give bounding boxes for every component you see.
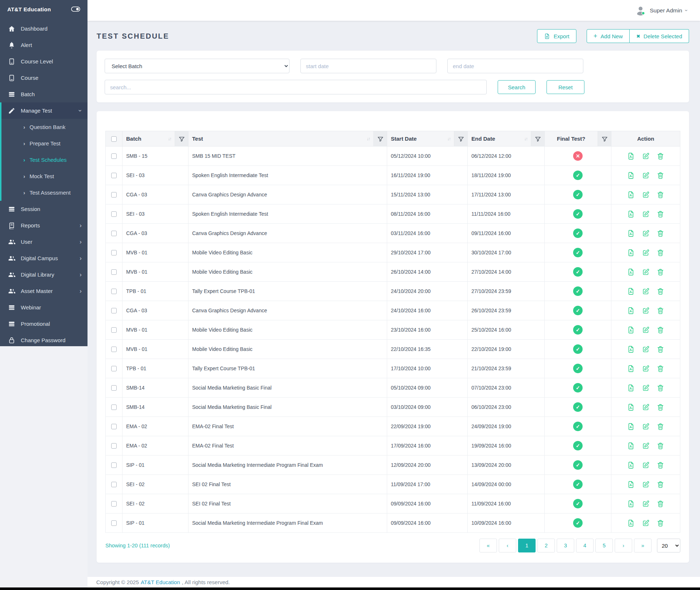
- row-checkbox[interactable]: [111, 192, 117, 198]
- export-button[interactable]: Export: [537, 29, 576, 43]
- pdf-file-icon[interactable]: [627, 500, 635, 508]
- row-checkbox[interactable]: [111, 269, 117, 275]
- trash-icon[interactable]: [657, 345, 664, 353]
- edit-icon[interactable]: [642, 403, 650, 411]
- pdf-file-icon[interactable]: [627, 519, 635, 527]
- sidebar-item-prepare-test[interactable]: › Prepare Test: [1, 135, 88, 152]
- column-header-batch[interactable]: Batch ↓↑: [122, 131, 175, 146]
- trash-icon[interactable]: [657, 326, 664, 334]
- search-input[interactable]: [105, 80, 487, 94]
- row-checkbox[interactable]: [111, 347, 117, 352]
- edit-icon[interactable]: [642, 423, 650, 430]
- filter-funnel-test[interactable]: [374, 131, 387, 146]
- trash-icon[interactable]: [657, 249, 664, 257]
- edit-icon[interactable]: [642, 519, 650, 527]
- sidebar-item-asset-master[interactable]: Asset Master ›: [0, 283, 88, 299]
- filter-funnel-end-date[interactable]: [531, 131, 545, 146]
- row-checkbox[interactable]: [111, 520, 117, 526]
- pdf-file-icon[interactable]: [627, 230, 635, 237]
- page-button[interactable]: 4: [576, 539, 594, 552]
- sidebar-item-digital-library[interactable]: Digital Library ›: [0, 266, 88, 283]
- pdf-file-icon[interactable]: [627, 461, 635, 469]
- trash-icon[interactable]: [657, 423, 664, 430]
- page-button[interactable]: »: [634, 539, 652, 552]
- edit-icon[interactable]: [642, 191, 650, 199]
- filter-funnel-start-date[interactable]: [454, 131, 468, 146]
- sidebar-item-question-bank[interactable]: › Question Bank: [1, 119, 88, 135]
- trash-icon[interactable]: [657, 519, 664, 527]
- sidebar-item-digital-campus[interactable]: Digital Campus ›: [0, 250, 88, 266]
- select-batch-dropdown[interactable]: Select Batch: [105, 59, 289, 73]
- sidebar-item-alert[interactable]: Alert: [0, 37, 88, 53]
- column-header-test[interactable]: Test ↓↑: [188, 131, 374, 146]
- pdf-file-icon[interactable]: [627, 307, 635, 314]
- edit-icon[interactable]: [642, 210, 650, 218]
- column-header-end-date[interactable]: End Date ↓↑: [468, 131, 531, 146]
- trash-icon[interactable]: [657, 365, 664, 372]
- edit-icon[interactable]: [642, 230, 650, 237]
- row-checkbox[interactable]: [111, 173, 117, 178]
- user-menu[interactable]: Super Admin ›: [635, 5, 688, 16]
- edit-icon[interactable]: [642, 345, 650, 353]
- row-checkbox[interactable]: [111, 211, 117, 217]
- edit-icon[interactable]: [642, 384, 650, 392]
- sidebar-item-batch[interactable]: Batch: [0, 86, 88, 102]
- sidebar-item-test-assessment[interactable]: › Test Assessment: [1, 184, 88, 201]
- pdf-file-icon[interactable]: [627, 191, 635, 199]
- pdf-file-icon[interactable]: [627, 481, 635, 488]
- sidebar-item-change-password[interactable]: Change Password: [0, 332, 88, 348]
- sidebar-item-manage-test[interactable]: Manage Test ›: [1, 102, 88, 119]
- sort-icon[interactable]: ↓↑: [447, 136, 451, 141]
- search-button[interactable]: Search: [498, 80, 536, 94]
- sidebar-item-webinar[interactable]: Webinar: [0, 299, 88, 316]
- sidebar-item-promotional[interactable]: Promotional: [0, 316, 88, 332]
- edit-icon[interactable]: [642, 481, 650, 488]
- row-checkbox[interactable]: [111, 153, 117, 159]
- row-checkbox[interactable]: [111, 462, 117, 468]
- page-button[interactable]: 5: [595, 539, 613, 552]
- pdf-file-icon[interactable]: [627, 172, 635, 179]
- filter-funnel-batch[interactable]: [175, 131, 188, 146]
- page-button[interactable]: ‹: [499, 539, 516, 552]
- edit-icon[interactable]: [642, 500, 650, 508]
- sidebar-item-session[interactable]: Session: [0, 201, 88, 217]
- edit-icon[interactable]: [642, 326, 650, 334]
- page-button[interactable]: 3: [557, 539, 574, 552]
- row-checkbox[interactable]: [111, 385, 117, 391]
- pdf-file-icon[interactable]: [627, 288, 635, 295]
- pdf-file-icon[interactable]: [627, 152, 635, 160]
- trash-icon[interactable]: [657, 384, 664, 392]
- trash-icon[interactable]: [657, 403, 664, 411]
- trash-icon[interactable]: [657, 191, 664, 199]
- sort-icon[interactable]: ↓↑: [524, 136, 528, 141]
- edit-icon[interactable]: [642, 249, 650, 257]
- pdf-file-icon[interactable]: [627, 442, 635, 450]
- pdf-file-icon[interactable]: [627, 249, 635, 257]
- sidebar-item-reports[interactable]: Reports ›: [0, 217, 88, 234]
- page-button[interactable]: «: [479, 539, 497, 552]
- trash-icon[interactable]: [657, 230, 664, 237]
- delete-selected-button[interactable]: ✖ Delete Selected: [630, 29, 689, 43]
- pdf-file-icon[interactable]: [627, 345, 635, 353]
- sidebar-item-course[interactable]: Course: [0, 70, 88, 86]
- trash-icon[interactable]: [657, 268, 664, 276]
- edit-icon[interactable]: [642, 307, 650, 314]
- select-all-checkbox[interactable]: [111, 136, 117, 142]
- trash-icon[interactable]: [657, 210, 664, 218]
- page-button[interactable]: 1: [518, 539, 536, 552]
- trash-icon[interactable]: [657, 172, 664, 179]
- edit-icon[interactable]: [642, 152, 650, 160]
- filter-funnel-final-test[interactable]: [598, 131, 611, 146]
- row-checkbox[interactable]: [111, 424, 117, 429]
- trash-icon[interactable]: [657, 307, 664, 314]
- edit-icon[interactable]: [642, 288, 650, 295]
- end-date-input[interactable]: [447, 59, 583, 73]
- page-size-select[interactable]: 20: [657, 539, 680, 552]
- trash-icon[interactable]: [657, 481, 664, 488]
- sidebar-item-mock-test[interactable]: › Mock Test: [1, 168, 88, 184]
- edit-icon[interactable]: [642, 365, 650, 372]
- trash-icon[interactable]: [657, 500, 664, 508]
- sidebar-item-course-level[interactable]: Course Level: [0, 53, 88, 70]
- row-checkbox[interactable]: [111, 308, 117, 313]
- page-button[interactable]: 2: [537, 539, 555, 552]
